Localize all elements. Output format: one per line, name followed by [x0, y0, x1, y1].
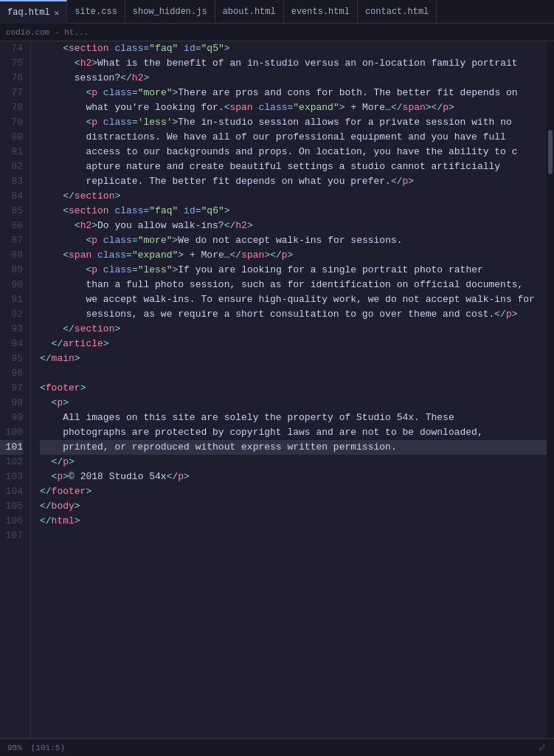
- expand-icon[interactable]: ⤢: [538, 741, 547, 754]
- line-number: 78: [0, 100, 23, 115]
- tab-label: about.html: [223, 7, 276, 17]
- code-line: All images on this site are solely the p…: [40, 410, 547, 425]
- line-number: 92: [0, 307, 23, 322]
- tab-site-css[interactable]: site.css: [67, 0, 125, 24]
- line-number: 86: [0, 219, 23, 233]
- line-number: 75: [0, 56, 23, 71]
- line-number: 103: [0, 470, 23, 484]
- line-number: 100: [0, 425, 23, 440]
- code-line: [40, 366, 547, 381]
- status-bar: 95% (101:5) ⤢: [0, 738, 554, 756]
- line-number: 101: [0, 440, 23, 455]
- code-line: </main>: [40, 351, 547, 366]
- line-number: 107: [0, 529, 23, 543]
- line-number: 93: [0, 322, 23, 337]
- close-icon[interactable]: ✕: [55, 8, 60, 18]
- code-line: session?</h2>: [40, 71, 547, 86]
- tab-about-html[interactable]: about.html: [215, 0, 284, 24]
- line-number: 102: [0, 455, 23, 470]
- editor: 7475767778798081828384858687888990919293…: [0, 41, 554, 738]
- code-line: photographs are protected by copyright l…: [40, 425, 547, 440]
- code-line: access to our backgrounds and props. On …: [40, 145, 547, 159]
- line-number: 94: [0, 337, 23, 351]
- line-number: 89: [0, 263, 23, 278]
- line-number: 77: [0, 86, 23, 100]
- code-line: <h2>What is the benefit of an in-studio …: [40, 56, 547, 71]
- tab-label: contact.html: [365, 7, 429, 17]
- code-line: <span class="expand"> + More…</span></p>: [40, 248, 547, 263]
- code-line: <p class="more">There are pros and cons …: [40, 86, 547, 100]
- zoom-level: 95%: [7, 743, 22, 752]
- code-line: </section>: [40, 189, 547, 204]
- line-number: 74: [0, 41, 23, 56]
- line-number: 83: [0, 174, 23, 189]
- line-number: 106: [0, 514, 23, 529]
- code-line: </html>: [40, 514, 547, 529]
- code-line: apture nature and create beautiful setti…: [40, 159, 547, 174]
- code-line: <section class="faq" id="q6">: [40, 204, 547, 219]
- tab-contact-html[interactable]: contact.html: [358, 0, 437, 24]
- code-line: <h2>Do you allow walk-ins?</h2>: [40, 219, 547, 233]
- code-line: <p class='less'>The in-studio session al…: [40, 115, 547, 130]
- line-numbers: 7475767778798081828384858687888990919293…: [0, 41, 31, 738]
- line-number: 91: [0, 292, 23, 307]
- code-line: </p>: [40, 455, 547, 470]
- status-left: 95% (101:5): [7, 743, 65, 752]
- tab-events-html[interactable]: events.html: [284, 0, 358, 24]
- line-number: 82: [0, 159, 23, 174]
- tab-label: show_hidden.js: [133, 7, 207, 17]
- code-line: we accept walk-ins. To ensure high-quali…: [40, 292, 547, 307]
- tab-faq-html[interactable]: faq.html ✕: [0, 0, 67, 24]
- code-line: <p>© 2018 Studio 54x</p>: [40, 470, 547, 484]
- line-number: 81: [0, 145, 23, 159]
- code-line: <p>: [40, 396, 547, 410]
- line-number: 95: [0, 351, 23, 366]
- line-number: 87: [0, 233, 23, 248]
- code-line: <p class="less">If you are looking for a…: [40, 263, 547, 278]
- line-number: 105: [0, 499, 23, 514]
- tab-label: events.html: [291, 7, 350, 17]
- code-area[interactable]: <section class="faq" id="q5"> <h2>What i…: [31, 41, 547, 738]
- breadcrumb: codio.com - ht...: [0, 24, 554, 41]
- line-number: 88: [0, 248, 23, 263]
- code-line: <p class="more">We do not accept walk-in…: [40, 233, 547, 248]
- tab-show-hidden-js[interactable]: show_hidden.js: [125, 0, 215, 24]
- code-line: replicate. The better fit depends on wha…: [40, 174, 547, 189]
- scrollbar[interactable]: [547, 41, 554, 738]
- line-number: 97: [0, 381, 23, 396]
- scrollbar-thumb[interactable]: [548, 130, 553, 174]
- code-line: </body>: [40, 499, 547, 514]
- code-line: what you're looking for.<span class="exp…: [40, 100, 547, 115]
- tab-label: site.css: [75, 7, 117, 17]
- line-number: 96: [0, 366, 23, 381]
- tab-label: faq.html: [7, 7, 50, 18]
- code-line: than a full photo session, such as for i…: [40, 278, 547, 292]
- code-line: distractions. We have all of our profess…: [40, 130, 547, 145]
- code-line: </footer>: [40, 484, 547, 499]
- code-line: printed, or reproduced without express w…: [40, 440, 547, 455]
- line-number: 104: [0, 484, 23, 499]
- line-number: 99: [0, 410, 23, 425]
- code-line: sessions, as we require a short consulta…: [40, 307, 547, 322]
- status-right: ⤢: [538, 741, 547, 754]
- line-number: 84: [0, 189, 23, 204]
- code-line: [40, 529, 547, 543]
- line-number: 98: [0, 396, 23, 410]
- line-number: 76: [0, 71, 23, 86]
- code-line: <section class="faq" id="q5">: [40, 41, 547, 56]
- tab-bar: faq.html ✕ site.css show_hidden.js about…: [0, 0, 554, 24]
- code-line: </article>: [40, 337, 547, 351]
- line-number: 79: [0, 115, 23, 130]
- line-number: 90: [0, 278, 23, 292]
- line-number: 80: [0, 130, 23, 145]
- line-number: 85: [0, 204, 23, 219]
- cursor-position: (101:5): [31, 743, 65, 752]
- code-line: <footer>: [40, 381, 547, 396]
- code-line: </section>: [40, 322, 547, 337]
